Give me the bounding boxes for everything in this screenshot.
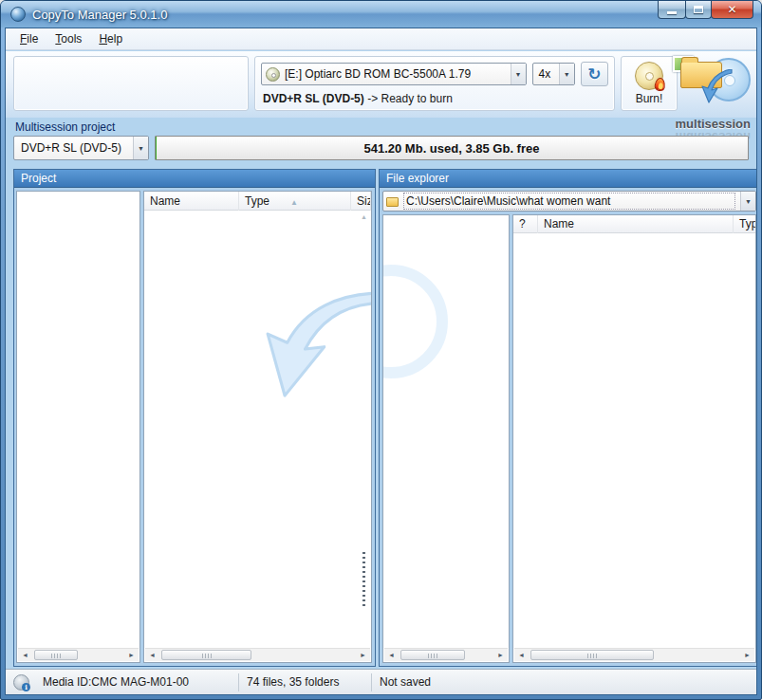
scroll-left-icon[interactable]: ◄ bbox=[384, 649, 399, 661]
column-header-name[interactable]: Name bbox=[144, 192, 239, 211]
media-ready-label: -> Ready to burn bbox=[364, 92, 453, 105]
project-file-list: Name Type▲ Size ▲ ◄ ► bbox=[143, 191, 372, 663]
logo-text: multisession bbox=[676, 117, 751, 131]
media-info-icon bbox=[13, 674, 29, 691]
capacity-text: 541.20 Mb. used, 3.85 Gb. free bbox=[156, 137, 748, 159]
disc-type-select[interactable]: DVD+R SL (DVD-5) ▼ bbox=[13, 136, 149, 160]
multisession-logo: multisession multisession bbox=[669, 54, 753, 117]
column-header-size[interactable]: Size bbox=[351, 192, 371, 211]
close-button[interactable]: ✕ bbox=[711, 1, 753, 19]
menu-file[interactable]: File bbox=[11, 29, 46, 48]
explorer-tree: ◄ ► bbox=[382, 214, 510, 663]
drive-select-value: [E:] Optiarc BD ROM BC-5500A 1.79 bbox=[285, 67, 471, 81]
path-combobox[interactable]: C:\Users\Claire\Music\what women want ▼ bbox=[382, 191, 756, 212]
chevron-down-icon[interactable]: ▼ bbox=[740, 192, 755, 211]
toolbar: [E:] Optiarc BD ROM BC-5500A 1.79 ▼ 4x ▼… bbox=[6, 51, 756, 118]
window-title: CopyTo Manager 5.0.1.0 bbox=[32, 8, 167, 22]
speed-select[interactable]: 4x ▼ bbox=[532, 63, 575, 85]
media-id-status: Media ID:CMC MAG-M01-00 bbox=[35, 673, 239, 691]
menu-tools[interactable]: Tools bbox=[46, 29, 90, 48]
title-bar[interactable]: CopyTo Manager 5.0.1.0 ✕ bbox=[1, 1, 761, 28]
menu-bar: FileToolsHelp bbox=[6, 28, 756, 50]
chevron-down-icon[interactable]: ▼ bbox=[559, 64, 574, 84]
scroll-left-icon[interactable]: ◄ bbox=[145, 649, 159, 661]
multisession-project-label: Multisession project bbox=[15, 120, 115, 134]
capacity-row: DVD+R SL (DVD-5) ▼ 541.20 Mb. used, 3.85… bbox=[13, 136, 749, 160]
scroll-right-icon[interactable]: ► bbox=[740, 649, 754, 661]
scrollbar-thumb[interactable] bbox=[530, 650, 654, 660]
maximize-icon bbox=[694, 6, 703, 13]
app-window: CopyTo Manager 5.0.1.0 ✕ FileToolsHelp [… bbox=[0, 0, 762, 700]
toolbar-button-group bbox=[13, 56, 249, 111]
client-area: FileToolsHelp [E:] Optiarc BD ROM BC-550… bbox=[5, 28, 757, 695]
logo-arrow-icon bbox=[697, 69, 735, 107]
media-type-label: DVD+R SL (DVD-5) bbox=[263, 92, 364, 105]
chevron-down-icon[interactable]: ▼ bbox=[133, 137, 148, 159]
refresh-icon: ↻ bbox=[587, 64, 601, 84]
drive-select[interactable]: [E:] Optiarc BD ROM BC-5500A 1.79 ▼ bbox=[261, 63, 527, 85]
app-logo-icon bbox=[10, 7, 26, 22]
chevron-down-icon[interactable]: ▼ bbox=[511, 64, 526, 84]
media-status: DVD+R SL (DVD-5) -> Ready to burn bbox=[261, 92, 608, 105]
project-panel-title: Project bbox=[14, 170, 375, 188]
minimize-button[interactable] bbox=[658, 1, 686, 19]
flame-icon bbox=[654, 77, 666, 91]
scrollbar-grip[interactable] bbox=[362, 552, 365, 609]
speed-select-value: 4x bbox=[539, 67, 551, 81]
project-tree-hscrollbar[interactable]: ◄ ► bbox=[18, 648, 139, 661]
column-header-status[interactable]: ? bbox=[513, 215, 538, 233]
menu-help[interactable]: Help bbox=[90, 29, 131, 48]
scroll-right-icon[interactable]: ► bbox=[493, 649, 508, 661]
scrollbar-thumb[interactable] bbox=[400, 650, 465, 660]
scrollbar-thumb[interactable] bbox=[34, 650, 78, 660]
close-icon: ✕ bbox=[727, 3, 736, 16]
scroll-left-icon[interactable]: ◄ bbox=[18, 649, 32, 661]
scroll-up-icon[interactable]: ▲ bbox=[358, 213, 370, 220]
disc-type-value: DVD+R SL (DVD-5) bbox=[21, 141, 121, 155]
burn-button-label: Burn! bbox=[636, 92, 663, 105]
status-bar: Media ID:CMC MAG-M01-00 74 files, 35 fol… bbox=[6, 669, 756, 694]
scroll-right-icon[interactable]: ► bbox=[124, 649, 139, 661]
column-header-type[interactable]: Type bbox=[734, 215, 755, 233]
column-header-type[interactable]: Type▲ bbox=[239, 192, 351, 211]
maximize-button[interactable] bbox=[685, 1, 712, 19]
capacity-progressbar: 541.20 Mb. used, 3.85 Gb. free bbox=[155, 136, 749, 160]
scrollbar-thumb[interactable] bbox=[161, 650, 251, 660]
scroll-left-icon[interactable]: ◄ bbox=[514, 649, 529, 661]
drive-group: [E:] Optiarc BD ROM BC-5500A 1.79 ▼ 4x ▼… bbox=[254, 56, 615, 111]
project-panel: Project ◄ ► Name Type▲ Size bbox=[13, 169, 376, 667]
path-input[interactable]: C:\Users\Claire\Music\what women want bbox=[403, 193, 735, 210]
project-tree: ◄ ► bbox=[16, 191, 140, 663]
minimize-icon bbox=[667, 11, 677, 14]
folder-icon bbox=[386, 197, 399, 207]
save-state-status: Not saved bbox=[372, 673, 438, 691]
file-count-status: 74 files, 35 folders bbox=[239, 673, 372, 691]
explorer-list-hscrollbar[interactable]: ◄ ► bbox=[514, 648, 754, 661]
burn-cd-icon bbox=[635, 62, 663, 90]
refresh-drives-button[interactable]: ↻ bbox=[581, 62, 608, 86]
scroll-right-icon[interactable]: ► bbox=[356, 649, 370, 661]
project-list-vscrollbar[interactable]: ▲ bbox=[358, 212, 370, 647]
project-list-hscrollbar[interactable]: ◄ ► bbox=[145, 648, 370, 661]
file-explorer-panel: File explorer C:\Users\Claire\Music\what… bbox=[379, 169, 757, 667]
explorer-file-list: ? Name Type ◄ ► bbox=[512, 214, 756, 663]
explorer-tree-hscrollbar[interactable]: ◄ ► bbox=[384, 648, 508, 661]
main-area: Project ◄ ► Name Type▲ Size bbox=[9, 169, 757, 667]
explorer-panel-title: File explorer bbox=[380, 170, 757, 188]
sort-ascending-icon: ▲ bbox=[290, 198, 298, 207]
drive-disc-icon bbox=[266, 67, 280, 82]
column-header-name[interactable]: Name bbox=[538, 215, 734, 233]
